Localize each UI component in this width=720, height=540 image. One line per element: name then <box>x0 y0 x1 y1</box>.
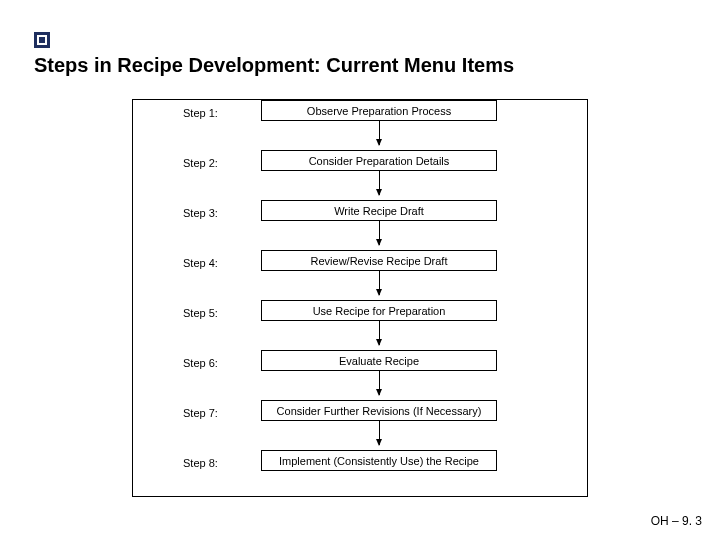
arrow-3-4 <box>379 221 380 245</box>
step-box-7: Consider Further Revisions (If Necessary… <box>261 400 497 421</box>
step-label-1: Step 1: <box>183 107 243 119</box>
step-label-3: Step 3: <box>183 207 243 219</box>
step-label-5: Step 5: <box>183 307 243 319</box>
title-bullet-icon <box>34 32 50 48</box>
arrow-2-3 <box>379 171 380 195</box>
step-box-5: Use Recipe for Preparation <box>261 300 497 321</box>
flow-container: Step 1: Observe Preparation Process Step… <box>132 99 588 497</box>
step-label-2: Step 2: <box>183 157 243 169</box>
step-box-3: Write Recipe Draft <box>261 200 497 221</box>
arrow-6-7 <box>379 371 380 395</box>
step-label-6: Step 6: <box>183 357 243 369</box>
arrow-7-8 <box>379 421 380 445</box>
step-box-6: Evaluate Recipe <box>261 350 497 371</box>
arrow-4-5 <box>379 271 380 295</box>
step-label-8: Step 8: <box>183 457 243 469</box>
slide-number: OH – 9. 3 <box>651 514 702 528</box>
arrow-1-2 <box>379 121 380 145</box>
step-box-2: Consider Preparation Details <box>261 150 497 171</box>
step-label-4: Step 4: <box>183 257 243 269</box>
step-box-8: Implement (Consistently Use) the Recipe <box>261 450 497 471</box>
step-box-1: Observe Preparation Process <box>261 100 497 121</box>
step-label-7: Step 7: <box>183 407 243 419</box>
step-box-4: Review/Revise Recipe Draft <box>261 250 497 271</box>
arrow-5-6 <box>379 321 380 345</box>
page-title: Steps in Recipe Development: Current Men… <box>34 54 514 77</box>
